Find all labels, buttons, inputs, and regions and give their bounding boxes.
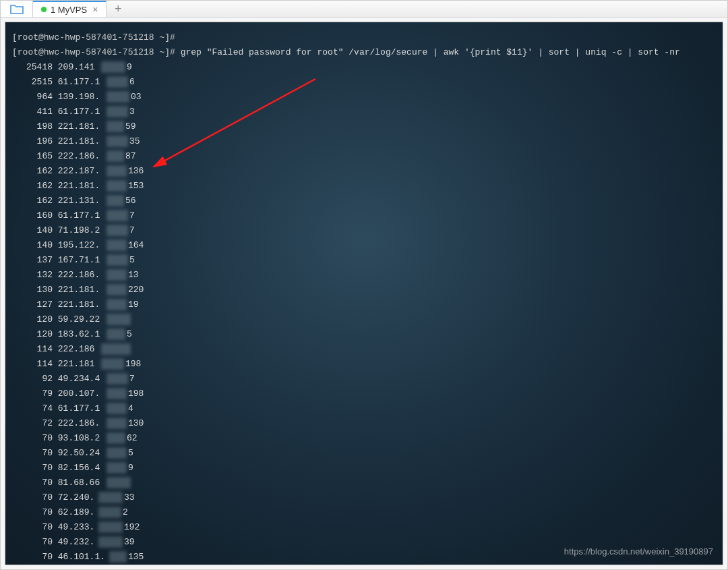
redaction-blur bbox=[107, 239, 127, 251]
output-row: 70 81.68.66 bbox=[12, 476, 716, 490]
redaction-blur bbox=[98, 507, 121, 518]
ip-suffix: 56 bbox=[125, 194, 136, 208]
ip-address: 49.234.4 bbox=[58, 372, 100, 387]
ip-suffix: 13 bbox=[128, 268, 139, 283]
count-value: 196 bbox=[12, 134, 53, 149]
output-row: 127 221.181.19 bbox=[12, 297, 716, 312]
redaction-blur bbox=[107, 76, 128, 88]
output-row: 160 61.177.17 bbox=[12, 208, 716, 223]
count-value: 137 bbox=[12, 253, 53, 268]
output-row: 196 221.181.35 bbox=[12, 134, 716, 149]
count-value: 120 bbox=[12, 327, 53, 342]
ip-address: 61.177.1 bbox=[58, 105, 100, 119]
redaction-blur bbox=[109, 551, 127, 563]
output-row: 72 222.186.130 bbox=[12, 416, 716, 431]
redaction-blur bbox=[107, 121, 124, 132]
redaction-blur bbox=[107, 314, 131, 325]
output-row: 70 82.156.49 bbox=[12, 461, 716, 476]
output-row: 120 59.29.22 bbox=[12, 312, 716, 327]
output-row: 70 62.189.2 bbox=[12, 505, 716, 520]
sidebar-toggle-icon[interactable] bbox=[1, 1, 33, 17]
ip-suffix: 198 bbox=[125, 357, 141, 372]
redaction-blur bbox=[107, 418, 127, 429]
ip-address: 221.181. bbox=[58, 119, 100, 134]
output-row: 25418 209.1419 bbox=[12, 60, 716, 75]
ip-suffix: 03 bbox=[131, 90, 142, 105]
terminal[interactable]: [root@hwc-hwp-587401-751218 ~]# [root@hw… bbox=[5, 22, 723, 565]
ip-address: 81.68.66 bbox=[58, 476, 100, 490]
count-value: 160 bbox=[12, 208, 53, 223]
count-value: 70 bbox=[12, 535, 53, 550]
ip-suffix: 5 bbox=[128, 446, 133, 461]
output-row: 411 61.177.13 bbox=[12, 105, 716, 119]
redaction-blur bbox=[107, 195, 124, 206]
redaction-blur bbox=[107, 462, 127, 474]
count-value: 198 bbox=[12, 119, 53, 134]
ip-suffix: 9 bbox=[128, 461, 133, 476]
close-icon[interactable]: × bbox=[91, 4, 99, 15]
output-row: 70 92.50.245 bbox=[12, 446, 716, 461]
count-value: 162 bbox=[12, 194, 53, 208]
ip-address: 221.181 bbox=[58, 357, 95, 372]
ip-address: 167.71.1 bbox=[58, 253, 100, 268]
redaction-blur bbox=[107, 373, 128, 384]
connection-status-dot-icon bbox=[41, 7, 47, 12]
ip-address: 61.177.1 bbox=[58, 208, 100, 223]
redaction-blur bbox=[107, 254, 128, 266]
tab-myvps[interactable]: 1 MyVPS × bbox=[33, 1, 107, 17]
ip-address: 49.232. bbox=[58, 535, 95, 550]
ip-address: 82.156.4 bbox=[58, 461, 100, 476]
count-value: 411 bbox=[12, 105, 53, 119]
ip-suffix: 153 bbox=[128, 179, 144, 194]
output-row: 140 195.122.164 bbox=[12, 238, 716, 253]
ip-suffix: 2 bbox=[123, 505, 128, 520]
count-value: 132 bbox=[12, 268, 53, 283]
redaction-blur bbox=[101, 343, 131, 355]
redaction-blur bbox=[107, 136, 128, 147]
ip-address: 46.101.1. bbox=[58, 550, 105, 565]
ip-suffix: 7 bbox=[129, 372, 135, 387]
count-value: 162 bbox=[12, 164, 53, 179]
ip-address: 221.181. bbox=[58, 283, 100, 297]
count-value: 74 bbox=[12, 401, 53, 416]
count-value: 70 bbox=[12, 431, 53, 446]
prompt-line-2: [root@hwc-hwp-587401-751218 ~]# grep "Fa… bbox=[12, 45, 716, 60]
ip-address: 221.181. bbox=[58, 297, 100, 312]
output-row: 165 222.186.87 bbox=[12, 149, 716, 164]
redaction-blur bbox=[107, 403, 127, 414]
output-row: 79 200.107.198 bbox=[12, 387, 716, 401]
terminal-container: [root@hwc-hwp-587401-751218 ~]# [root@hw… bbox=[1, 18, 727, 569]
redaction-blur bbox=[107, 269, 127, 281]
count-value: 127 bbox=[12, 297, 53, 312]
ip-address: 195.122. bbox=[58, 238, 100, 253]
output-row: 120 183.62.15 bbox=[12, 327, 716, 342]
add-tab-button[interactable]: + bbox=[107, 1, 129, 17]
ip-suffix: 135 bbox=[128, 550, 144, 565]
output-row: 162 221.131.56 bbox=[12, 194, 716, 208]
output-row: 162 221.181.153 bbox=[12, 179, 716, 194]
count-value: 70 bbox=[12, 446, 53, 461]
watermark-text: https://blog.csdn.net/weixin_39190897 bbox=[564, 544, 713, 559]
redaction-blur bbox=[107, 225, 128, 236]
redaction-blur bbox=[107, 150, 124, 162]
redaction-blur bbox=[107, 165, 127, 177]
redaction-blur bbox=[107, 477, 131, 488]
count-value: 114 bbox=[12, 342, 53, 357]
ip-address: 222.187. bbox=[58, 164, 100, 179]
ip-address: 183.62.1 bbox=[58, 327, 100, 342]
ip-suffix: 62 bbox=[127, 431, 138, 446]
ip-address: 92.50.24 bbox=[58, 446, 100, 461]
count-value: 140 bbox=[12, 238, 53, 253]
ip-address: 62.189. bbox=[58, 505, 95, 520]
ip-address: 222.186. bbox=[58, 149, 100, 164]
ip-suffix: 220 bbox=[128, 283, 144, 297]
ip-address: 222.186 bbox=[58, 342, 95, 357]
ip-suffix: 164 bbox=[128, 238, 144, 253]
ip-address: 61.177.1 bbox=[58, 401, 100, 416]
redaction-blur bbox=[98, 492, 123, 503]
ip-suffix: 5 bbox=[127, 327, 132, 342]
redaction-blur bbox=[107, 284, 127, 295]
redaction-blur bbox=[107, 91, 129, 103]
ip-suffix: 198 bbox=[128, 387, 144, 401]
app-window: 1 MyVPS × + [root@hwc-hwp-587401-751218 … bbox=[0, 0, 728, 570]
